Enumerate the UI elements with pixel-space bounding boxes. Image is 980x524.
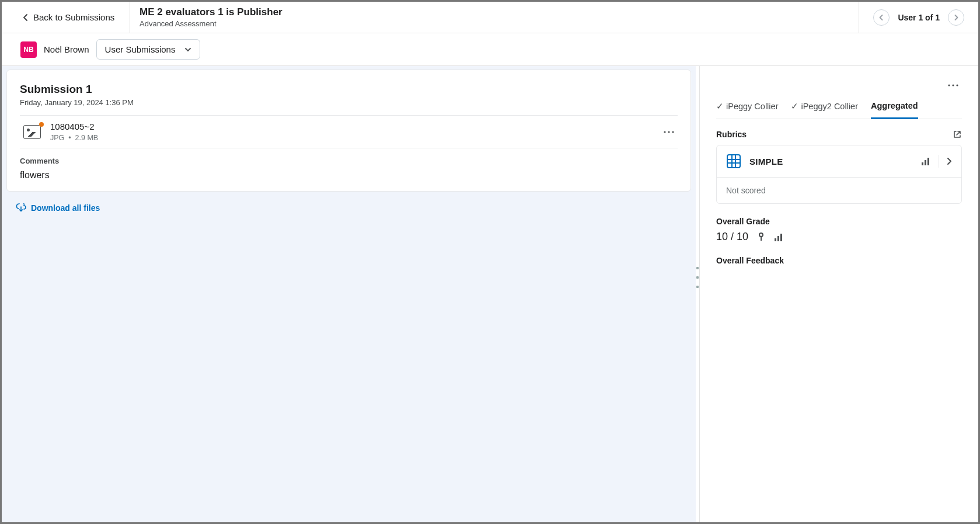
- rubric-name[interactable]: SIMPLE: [749, 157, 921, 166]
- back-label: Back to Submissions: [33, 12, 114, 22]
- avatar: NB: [20, 41, 37, 58]
- page-title: ME 2 evaluators 1 is Publisher: [139, 6, 849, 18]
- svg-rect-11: [761, 236, 762, 241]
- check-icon: ✓: [716, 102, 724, 111]
- svg-rect-7: [922, 162, 923, 165]
- svg-rect-9: [927, 158, 929, 165]
- tab-label: Aggregated: [871, 101, 918, 110]
- attachment-more-button[interactable]: [660, 123, 678, 141]
- download-all-button[interactable]: Download all files: [6, 196, 691, 220]
- check-icon: ✓: [791, 102, 798, 111]
- user-name: Noël Brown: [44, 44, 89, 54]
- svg-point-3: [948, 84, 950, 86]
- download-cloud-icon: [16, 203, 26, 213]
- svg-point-0: [664, 131, 665, 133]
- evaluation-pane: ✓ iPeggy Collier ✓ iPeggy2 Collier Aggre…: [699, 66, 978, 522]
- expand-rubric-button[interactable]: [946, 157, 952, 165]
- svg-rect-13: [777, 236, 779, 241]
- attachment-info: 1080405~2 JPG • 2.9 MB: [50, 122, 660, 142]
- tab-aggregated[interactable]: Aggregated: [871, 96, 918, 119]
- attachment-name[interactable]: 1080405~2: [50, 122, 660, 131]
- svg-point-1: [668, 131, 669, 133]
- rubrics-popout-button[interactable]: [953, 130, 962, 139]
- rubric-card: SIMPLE Not scored: [716, 145, 962, 204]
- chevron-down-icon: [184, 47, 191, 52]
- attachment-type: JPG: [50, 134, 64, 142]
- attachment-row: 1080405~2 JPG • 2.9 MB: [20, 115, 678, 148]
- rubric-grid-icon: [726, 154, 741, 169]
- submission-card: Submission 1 Friday, January 19, 2024 1:…: [6, 70, 691, 192]
- evaluator-tabs: ✓ iPeggy Collier ✓ iPeggy2 Collier Aggre…: [716, 96, 962, 119]
- divider: [939, 155, 939, 168]
- comments-text: flowers: [20, 170, 678, 181]
- comments-label: Comments: [20, 157, 678, 165]
- svg-point-5: [956, 84, 958, 86]
- attachment-size: 2.9 MB: [75, 134, 99, 142]
- grade-stats-icon[interactable]: [774, 232, 784, 242]
- tab-evaluator-1[interactable]: ✓ iPeggy Collier: [716, 96, 778, 119]
- rubric-status: Not scored: [717, 177, 961, 203]
- download-all-label: Download all files: [31, 203, 100, 213]
- pane-resize-handle[interactable]: [696, 66, 699, 522]
- chevron-left-icon: [23, 13, 29, 22]
- user-row: NB Noël Brown User Submissions: [2, 33, 978, 66]
- attachment-meta: JPG • 2.9 MB: [50, 134, 660, 142]
- evaluation-more-button[interactable]: [944, 77, 962, 94]
- svg-point-2: [672, 131, 674, 133]
- app-root: Back to Submissions ME 2 evaluators 1 is…: [2, 2, 978, 522]
- overall-feedback-label: Overall Feedback: [716, 256, 962, 265]
- meta-separator: •: [68, 134, 71, 142]
- unread-dot-icon: [39, 122, 44, 127]
- submission-title: Submission 1: [20, 83, 678, 96]
- tab-label: iPeggy Collier: [726, 102, 778, 111]
- tab-label: iPeggy2 Collier: [801, 102, 858, 111]
- user-pager: User 1 of 1: [859, 2, 978, 33]
- rubrics-label: Rubrics: [716, 130, 747, 139]
- overall-grade-label: Overall Grade: [716, 217, 962, 226]
- overall-grade-row: 10 / 10: [716, 231, 962, 243]
- top-header: Back to Submissions ME 2 evaluators 1 is…: [2, 2, 978, 33]
- back-to-submissions-button[interactable]: Back to Submissions: [2, 2, 130, 33]
- svg-point-4: [952, 84, 954, 86]
- submission-timestamp: Friday, January 19, 2024 1:36 PM: [20, 98, 678, 107]
- user-submissions-dropdown[interactable]: User Submissions: [96, 39, 201, 60]
- dropdown-label: User Submissions: [105, 44, 176, 54]
- tab-evaluator-2[interactable]: ✓ iPeggy2 Collier: [791, 96, 858, 119]
- image-file-icon: [23, 125, 41, 139]
- rubric-head: SIMPLE: [717, 145, 961, 177]
- bar-chart-icon[interactable]: [921, 157, 932, 166]
- rubrics-header-row: Rubrics: [716, 130, 962, 139]
- grade-lock-icon[interactable]: [758, 232, 765, 242]
- overall-grade-value: 10 / 10: [716, 231, 748, 243]
- next-user-button[interactable]: [948, 9, 964, 26]
- svg-rect-6: [727, 155, 740, 168]
- svg-rect-14: [780, 234, 782, 241]
- svg-rect-8: [925, 160, 926, 165]
- pager-text: User 1 of 1: [898, 13, 940, 22]
- page-subtitle: Advanced Assessment: [139, 19, 849, 28]
- rubric-actions: [921, 155, 952, 168]
- header-title-area: ME 2 evaluators 1 is Publisher Advanced …: [130, 2, 859, 33]
- left-pane: Submission 1 Friday, January 19, 2024 1:…: [2, 66, 696, 522]
- svg-rect-12: [775, 238, 776, 241]
- prev-user-button[interactable]: [873, 9, 890, 26]
- body-split: Submission 1 Friday, January 19, 2024 1:…: [2, 66, 978, 522]
